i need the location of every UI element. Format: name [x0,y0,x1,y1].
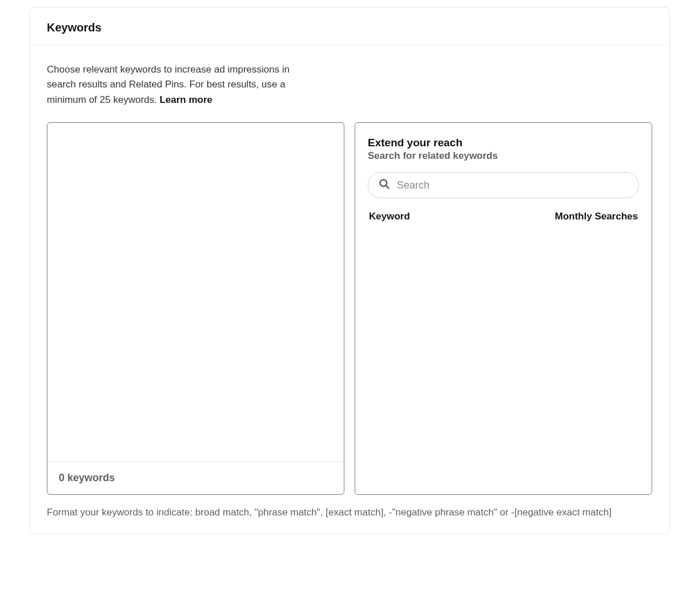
panels-row: 0 keywords Extend your reach Search for … [47,122,652,495]
learn-more-link[interactable]: Learn more [159,94,212,105]
intro-text: Choose relevant keywords to increase ad … [47,62,321,107]
keyword-search-field[interactable] [368,172,639,198]
svg-line-1 [386,186,389,189]
related-panel-inner: Extend your reach Search for related key… [355,123,652,231]
keyword-search-input[interactable] [397,179,628,191]
results-table-header: Keyword Monthly Searches [368,207,639,226]
extend-reach-subtitle: Search for related keywords [368,150,639,162]
card-header: Keywords [30,7,669,45]
col-keyword-header: Keyword [369,211,410,222]
keywords-input-panel: 0 keywords [47,122,344,495]
col-monthly-searches-header: Monthly Searches [555,211,638,222]
related-keywords-panel: Extend your reach Search for related key… [355,122,652,495]
search-icon [379,178,390,192]
keywords-count-footer: 0 keywords [47,461,344,494]
keywords-textarea[interactable] [47,123,344,461]
card-body: Choose relevant keywords to increase ad … [30,45,669,534]
section-title: Keywords [47,21,652,34]
format-hint-text: Format your keywords to indicate: broad … [47,505,652,520]
keywords-card: Keywords Choose relevant keywords to inc… [29,7,670,534]
extend-reach-title: Extend your reach [368,137,639,149]
